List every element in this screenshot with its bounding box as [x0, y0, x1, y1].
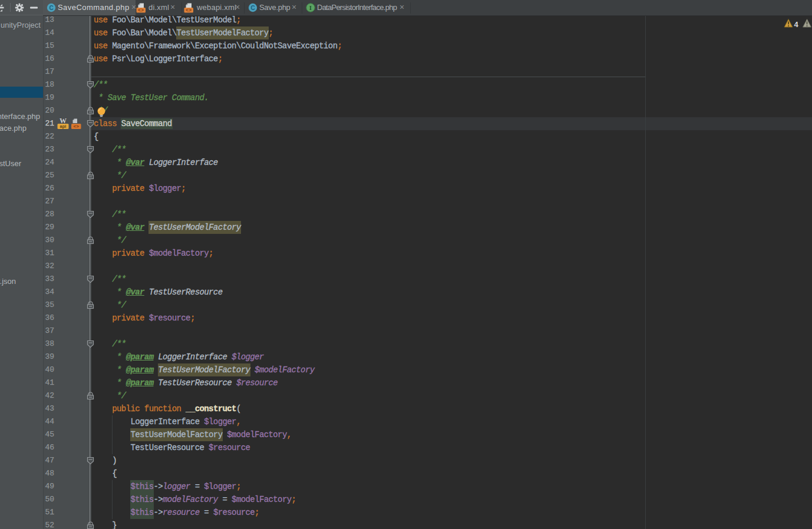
svg-text:<>: <>	[73, 124, 79, 129]
svg-text:<>: <>	[138, 8, 144, 14]
svg-text:4: 4	[794, 20, 799, 29]
svg-text:api: api	[60, 124, 67, 129]
svg-text:C: C	[250, 5, 255, 11]
svg-text:I: I	[309, 4, 312, 11]
svg-text:<>: <>	[186, 8, 192, 14]
svg-text:C: C	[49, 5, 53, 11]
